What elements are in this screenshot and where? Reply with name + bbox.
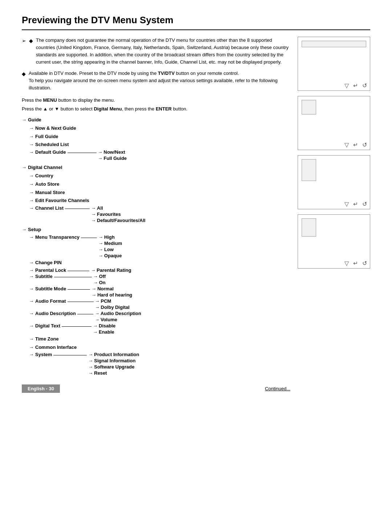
low-label: Low	[104, 247, 114, 252]
arrow-icon: →	[29, 149, 34, 155]
english-badge: English - 30	[22, 384, 60, 393]
favourites-sub: Favourites	[97, 211, 121, 217]
arrow-icon: →	[91, 286, 96, 291]
connector-line	[62, 326, 91, 327]
tv-small-box-4	[302, 218, 316, 237]
arrow-icon: →	[88, 370, 93, 376]
arrow-icon: →	[95, 311, 99, 316]
note-text-2: Available in DTV mode. Preset to the DTV…	[29, 70, 290, 92]
digital-text-label: Digital Text	[35, 323, 60, 329]
arrow-icon: →	[91, 205, 96, 211]
auto-store-label: Auto Store	[35, 181, 59, 188]
now-next-guide-label: Now & Next Guide	[35, 125, 76, 132]
tree-default-guide-row: → Default Guide → Now/Next → Full Guide	[22, 149, 290, 161]
audio-description-sub: → Audio Description → Volume	[95, 311, 141, 322]
edit-fav-label: Edit Favourite Channels	[35, 197, 89, 205]
connector-line	[54, 277, 92, 277]
arrow-icon: →	[91, 218, 96, 223]
tree-guide: → Guide	[22, 116, 290, 124]
menu-transparency-label: Menu Transparency	[35, 234, 79, 240]
full-guide-row: → Full Guide	[98, 156, 127, 161]
arrow-icon: →	[29, 274, 34, 279]
arrow-icon: →	[29, 234, 34, 240]
note-diamond-icon-2: ◆	[22, 70, 26, 92]
tv-screen-3: ▽ ↵ ↺	[298, 155, 370, 209]
arrow-icon: →	[29, 267, 34, 273]
press-line-2: Press the ▲ or ▼ button to select Digita…	[22, 105, 290, 113]
tv-icon-7: ▽	[344, 201, 349, 207]
tree-subtitle-row: → Subtitle → Off → On	[22, 274, 290, 285]
tv-controls-4: ▽ ↵ ↺	[298, 258, 370, 268]
arrow-icon: →	[22, 116, 26, 124]
note-text-1: The company does not guarantee the norma…	[36, 37, 290, 66]
tree-digital-channel: → Digital Channel	[22, 164, 290, 172]
arrow-icon: →	[29, 344, 34, 351]
channel-list-label: Channel List	[35, 205, 64, 211]
arrow-icon: →	[93, 274, 98, 279]
tv-icon-8: ↵	[353, 201, 358, 207]
subtitle-mode-sub: → Normal → Hard of hearing	[91, 286, 132, 298]
content-wrapper: ➢ ◆ The company does not guarantee the n…	[22, 37, 370, 393]
tree-parental-lock-row: → Parental Lock → Parental Rating	[22, 267, 290, 273]
connector-line	[65, 209, 90, 209]
left-content: ➢ ◆ The company does not guarantee the n…	[22, 37, 290, 393]
tree-country: → Country	[22, 172, 290, 180]
tv-icon-9: ↺	[362, 201, 367, 207]
change-pin-label: Change PIN	[35, 259, 62, 267]
arrow-icon: →	[95, 317, 99, 322]
system-label: System	[35, 352, 52, 357]
parental-lock-sub: → Parental Rating	[91, 267, 131, 273]
arrow-icon: →	[29, 259, 34, 267]
tree-subtitle-mode-row: → Subtitle Mode → Normal → Hard of heari…	[22, 286, 290, 298]
arrow-icon: →	[29, 352, 34, 357]
default-guide-label: Default Guide	[35, 149, 66, 155]
enable-label: Enable	[99, 329, 114, 335]
signal-info-label: Signal Information	[94, 358, 135, 363]
hard-of-hearing-label: Hard of hearing	[97, 292, 132, 298]
volume-label: Volume	[101, 317, 117, 322]
title-divider	[22, 29, 370, 30]
note-arrow-icon: ➢	[22, 37, 26, 66]
tree-menu-transparency-row: → Menu Transparency → High → Medium	[22, 234, 290, 258]
arrow-icon: →	[98, 149, 103, 155]
tree-change-pin: → Change PIN	[22, 259, 290, 267]
arrow-icon: →	[91, 292, 96, 298]
arrow-icon: →	[29, 286, 34, 291]
arrow-icon: →	[98, 247, 103, 252]
audio-description-sub-label: Audio Description	[101, 311, 141, 316]
page-title: Previewing the DTV Menu System	[22, 15, 370, 26]
connector-line	[81, 238, 97, 238]
tv-controls-3: ▽ ↵ ↺	[298, 199, 370, 209]
continued-text: Continued...	[265, 386, 290, 391]
tree-channel-list-row: → Channel List → All → Favourites	[22, 205, 290, 223]
bottom-bar: English - 30 Continued...	[22, 384, 290, 393]
tv-screen-1: ▽ ↵ ↺	[298, 37, 370, 91]
menu-tree: → Guide → Now & Next Guide → Full Guide …	[22, 116, 290, 376]
tree-edit-fav: → Edit Favourite Channels	[22, 197, 290, 205]
tree-manual-store: → Manual Store	[22, 189, 290, 197]
tree-full-guide: → Full Guide	[22, 133, 290, 141]
off-label: Off	[99, 274, 106, 279]
favourites-row: → Favourites	[91, 211, 146, 217]
tree-common-interface: → Common Interface	[22, 344, 290, 351]
arrow-icon: →	[88, 358, 93, 363]
setup-label: Setup	[28, 226, 41, 234]
tv-screen-2: ▽ ↵ ↺	[298, 96, 370, 150]
country-label: Country	[35, 172, 53, 180]
arrow-icon: →	[98, 234, 103, 240]
subtitle-label: Subtitle	[35, 274, 53, 279]
medium-label: Medium	[104, 241, 122, 246]
channel-list-sub: → All → Favourites → Default/Favourites/…	[91, 205, 146, 223]
high-label: High	[104, 234, 115, 240]
arrow-icon: →	[29, 133, 34, 141]
audio-description-label: Audio Description	[35, 311, 76, 316]
reset-label: Reset	[94, 370, 107, 376]
tv-icon-2: ↵	[353, 82, 358, 89]
default-fav-row: → Default/Favourites/All	[91, 218, 146, 223]
tree-system-row: → System → Product Information → Signal …	[22, 352, 290, 376]
note-item-1: ➢ ◆ The company does not guarantee the n…	[22, 37, 290, 66]
arrow-icon: →	[29, 323, 34, 329]
subtitle-mode-label: Subtitle Mode	[35, 286, 66, 291]
connector-line	[53, 355, 87, 355]
arrow-icon: →	[29, 197, 34, 205]
